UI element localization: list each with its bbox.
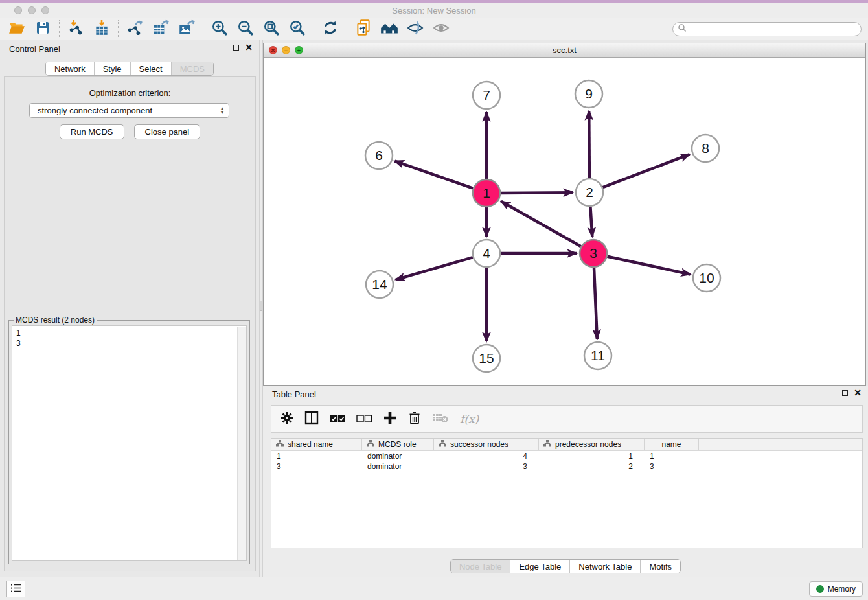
toolbar-separator <box>314 20 314 38</box>
export-table-button[interactable] <box>148 19 174 39</box>
task-history-button[interactable] <box>6 581 25 597</box>
column-header-name[interactable]: name <box>645 439 699 450</box>
graph-node-2[interactable]: 2 <box>576 179 603 206</box>
show-columns-button[interactable] <box>304 411 319 428</box>
graph-node-15[interactable]: 15 <box>473 345 500 372</box>
network-close-button[interactable]: ✕ <box>269 46 277 54</box>
search-input[interactable] <box>687 25 856 34</box>
table-settings-button[interactable] <box>280 411 293 427</box>
close-panel-button[interactable]: Close panel <box>134 124 201 139</box>
export-image-button[interactable] <box>174 19 200 39</box>
tab-node-table[interactable]: Node Table <box>451 560 511 573</box>
graph-edge-1-6[interactable] <box>395 161 474 189</box>
fx-icon: f(x) <box>460 413 479 426</box>
close-panel-icon[interactable]: ✕ <box>854 389 862 397</box>
graph-node-4[interactable]: 4 <box>473 240 500 267</box>
graph-edge-3-11[interactable] <box>594 268 597 339</box>
graph-node-9[interactable]: 9 <box>575 80 602 108</box>
mcds-result-list[interactable]: 13 <box>12 325 247 561</box>
graph-edge-1-2[interactable] <box>501 192 573 193</box>
memory-button[interactable]: Memory <box>809 581 863 597</box>
clone-network-button[interactable] <box>350 19 376 39</box>
graph-node-8[interactable]: 8 <box>692 135 719 162</box>
column-header-predecessor-nodes[interactable]: predecessor nodes <box>539 439 645 450</box>
tab-network-table[interactable]: Network Table <box>570 560 641 573</box>
table-cell[interactable]: 2 <box>539 461 645 472</box>
home-networks-button[interactable] <box>376 19 402 39</box>
table-cell[interactable]: dominator <box>362 451 434 461</box>
tab-network[interactable]: Network <box>46 62 95 75</box>
create-column-button[interactable] <box>383 411 397 428</box>
zoom-selected-button[interactable] <box>284 19 310 39</box>
graph-edge-2-8[interactable] <box>603 154 690 187</box>
column-header-shared-name[interactable]: shared name <box>271 439 362 450</box>
function-builder-button[interactable]: f(x) <box>460 413 479 426</box>
table-panel-title: Table Panel <box>272 389 316 399</box>
table-cell[interactable]: 1 <box>271 451 362 461</box>
export-network-button[interactable] <box>122 19 148 39</box>
zoom-fit-button[interactable] <box>258 19 284 39</box>
zoom-out-button[interactable] <box>233 19 258 39</box>
graph-node-14[interactable]: 14 <box>366 271 393 298</box>
delete-columns-button[interactable] <box>408 411 421 428</box>
table-cell[interactable]: 3 <box>645 461 699 472</box>
table-cell[interactable]: 3 <box>434 461 539 472</box>
criterion-select[interactable]: strongly connected component ▲▼ <box>29 103 229 118</box>
save-session-button[interactable] <box>30 19 56 39</box>
tab-mcds[interactable]: MCDS <box>172 62 213 75</box>
table-row[interactable]: 3dominator323 <box>271 461 862 472</box>
tab-edge-table[interactable]: Edge Table <box>510 560 570 573</box>
open-session-button[interactable] <box>4 19 30 39</box>
graph-node-11[interactable]: 11 <box>584 342 611 369</box>
close-window-button[interactable] <box>14 6 22 14</box>
column-header-MCDS-role[interactable]: MCDS role <box>362 439 434 450</box>
import-table-button[interactable] <box>89 19 115 39</box>
float-panel-icon[interactable] <box>233 45 239 51</box>
tab-style[interactable]: Style <box>95 62 131 75</box>
table-row[interactable]: 1dominator411 <box>271 451 862 461</box>
graph-edge-3-10[interactable] <box>608 257 691 275</box>
maximize-window-button[interactable] <box>41 6 49 14</box>
graph-node-10[interactable]: 10 <box>693 264 720 292</box>
search-field[interactable] <box>672 22 862 36</box>
table-cell[interactable]: 4 <box>434 451 539 461</box>
node-table[interactable]: shared nameMCDS rolesuccessor nodesprede… <box>271 438 863 548</box>
graph-edge-4-14[interactable] <box>396 257 473 280</box>
memory-status-icon <box>816 585 824 593</box>
table-cell[interactable]: 1 <box>539 451 645 461</box>
zoom-in-button[interactable] <box>207 19 233 39</box>
graph-node-3[interactable]: 3 <box>580 240 607 267</box>
column-header-successor-nodes[interactable]: successor nodes <box>434 439 539 450</box>
graph-edge-2-9[interactable] <box>589 111 589 178</box>
titlebar[interactable]: Session: New Session <box>0 3 868 18</box>
graph-node-7[interactable]: 7 <box>473 82 500 109</box>
network-canvas[interactable]: 1234678910111415 <box>264 58 865 385</box>
show-panels-button[interactable] <box>428 19 454 39</box>
table-cell[interactable]: 3 <box>271 461 362 472</box>
tab-select[interactable]: Select <box>131 62 172 75</box>
save-icon <box>35 20 51 38</box>
float-panel-icon[interactable] <box>842 390 848 396</box>
graph-edge-3-1[interactable] <box>501 202 581 246</box>
apply-layout-button[interactable] <box>317 19 343 39</box>
unselect-all-columns-button[interactable] <box>356 413 372 425</box>
network-minimize-button[interactable]: − <box>282 46 290 54</box>
graph-node-1[interactable]: 1 <box>473 179 500 207</box>
network-maximize-button[interactable]: + <box>295 46 303 54</box>
table-cell[interactable]: dominator <box>362 461 434 472</box>
delete-table-button[interactable] <box>432 413 449 426</box>
select-all-columns-button[interactable] <box>330 413 345 425</box>
graph-node-6[interactable]: 6 <box>365 142 393 169</box>
window-traffic-lights[interactable] <box>14 6 49 14</box>
tab-motifs[interactable]: Motifs <box>641 560 680 573</box>
close-panel-icon[interactable]: ✕ <box>245 43 253 51</box>
minimize-window-button[interactable] <box>28 6 36 14</box>
import-network-button[interactable] <box>63 19 89 39</box>
graph-edge-2-3[interactable] <box>590 207 592 237</box>
network-window-titlebar[interactable]: ✕ − + scc.txt <box>264 43 865 58</box>
table-cell[interactable]: 1 <box>645 451 699 461</box>
hide-panels-button[interactable] <box>402 19 428 39</box>
run-mcds-button[interactable]: Run MCDS <box>60 124 124 139</box>
splitter-grip[interactable] <box>260 301 262 311</box>
result-scrollbar[interactable] <box>237 327 246 560</box>
